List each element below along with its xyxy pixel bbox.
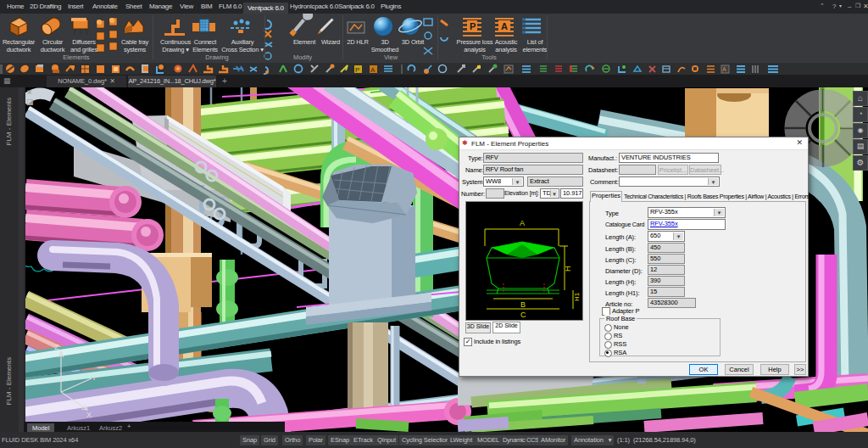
svg-text:Z: Z — [54, 343, 59, 351]
svg-text:P: P — [355, 66, 359, 74]
svg-text:A: A — [370, 66, 376, 74]
svg-text:P: P — [470, 21, 476, 31]
svg-text:A: A — [722, 66, 726, 72]
svg-text:H1: H1 — [573, 292, 581, 301]
svg-text:B: B — [520, 300, 526, 309]
svg-text:A: A — [520, 219, 525, 227]
svg-text:X: X — [86, 411, 92, 419]
svg-text:Y: Y — [92, 373, 97, 382]
svg-text:C: C — [520, 311, 526, 319]
svg-text:A: A — [501, 21, 508, 31]
svg-text:H: H — [564, 266, 572, 272]
